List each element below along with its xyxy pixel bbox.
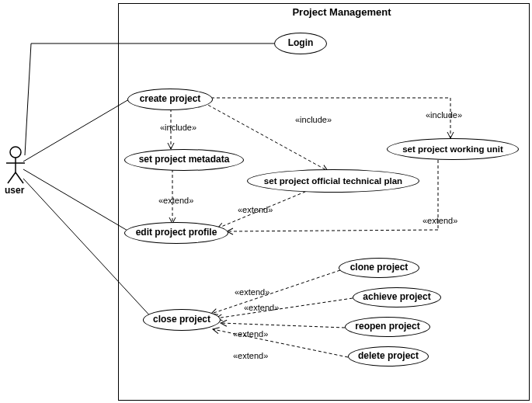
system-title: Project Management: [272, 6, 412, 18]
actor-label: user: [5, 185, 24, 196]
usecase-close-project: close project: [143, 309, 221, 331]
usecase-achieve-project: achieve project: [353, 287, 441, 307]
usecase-delete-project: delete project: [348, 346, 429, 367]
usecase-login: Login: [274, 33, 327, 54]
usecase-create-project: create project: [127, 89, 213, 110]
svg-line-7: [23, 99, 129, 162]
usecase-edit-profile: edit project profile: [124, 222, 228, 244]
uml-use-case-diagram: Project Management: [0, 0, 532, 403]
usecase-set-unit: set project working unit: [387, 138, 519, 160]
svg-point-0: [10, 147, 21, 158]
svg-line-8: [23, 169, 129, 231]
usecase-reopen-project: reopen project: [345, 317, 430, 337]
svg-line-5: [25, 43, 31, 155]
svg-line-4: [16, 172, 23, 183]
usecase-set-plan: set project official technical plan: [247, 169, 419, 193]
system-boundary: [118, 3, 530, 401]
usecase-clone-project: clone project: [339, 258, 419, 278]
usecase-set-metadata: set project metadata: [124, 149, 244, 171]
svg-line-3: [8, 172, 16, 183]
